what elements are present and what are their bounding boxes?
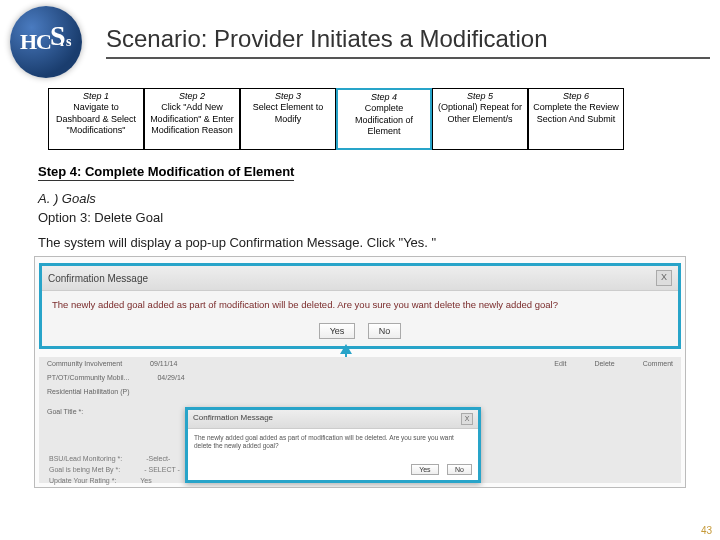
subsection-option: Option 3: Delete Goal xyxy=(38,210,720,225)
confirmation-dialog-large: Confirmation Message X The newly added g… xyxy=(39,263,681,349)
mini-dialog-title: Confirmation Message xyxy=(193,413,273,425)
instruction-text: The system will display a pop-up Confirm… xyxy=(38,235,720,250)
subsection-goals: A. ) Goals xyxy=(38,191,720,206)
screenshot-area: Confirmation Message X The newly added g… xyxy=(34,256,686,488)
hcsis-logo: H C S i s xyxy=(10,6,82,78)
step-2: Step 2 Click "Add New Modification" & En… xyxy=(144,88,240,150)
page-number: 43 xyxy=(701,525,712,536)
close-icon[interactable]: X xyxy=(461,413,473,425)
step-6: Step 6 Complete the Review Section And S… xyxy=(528,88,624,150)
no-button[interactable]: No xyxy=(368,323,402,339)
step-5: Step 5 (Optional) Repeat for Other Eleme… xyxy=(432,88,528,150)
step-1: Step 1 Navigate to Dashboard & Select "M… xyxy=(48,88,144,150)
mini-dialog-message: The newly added goal added as part of mo… xyxy=(188,429,478,456)
close-icon[interactable]: X xyxy=(656,270,672,286)
background-form-lower: BSU/Lead Monitoring *: -Select- Goal is … xyxy=(43,453,677,488)
page-title: Scenario: Provider Initiates a Modificat… xyxy=(106,25,710,59)
dialog-message: The newly added goal added as part of mo… xyxy=(42,291,678,318)
dialog-title: Confirmation Message xyxy=(48,273,148,284)
step-3: Step 3 Select Element to Modify xyxy=(240,88,336,150)
section-heading: Step 4: Complete Modification of Element xyxy=(38,164,294,181)
step-4-active: Step 4 Complete Modification of Element xyxy=(336,88,432,150)
step-flow: Step 1 Navigate to Dashboard & Select "M… xyxy=(48,88,720,150)
yes-button[interactable]: Yes xyxy=(319,323,356,339)
